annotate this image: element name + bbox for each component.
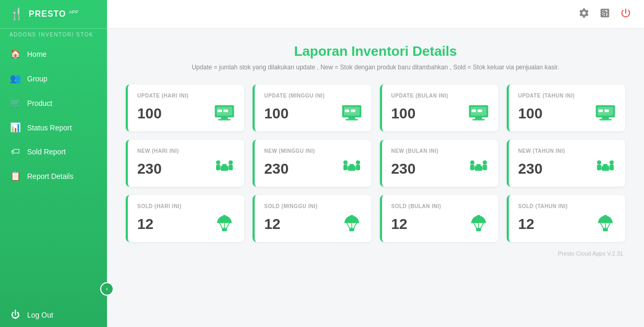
svg-point-48: [597, 160, 601, 164]
page-title: Laporan Inventori Details: [126, 43, 625, 59]
sidebar-item-logout-label: Log Out: [27, 311, 53, 319]
card-new-minggu-ini-value-row: 230: [264, 158, 362, 179]
svg-rect-2: [221, 117, 228, 119]
card-new-hari-ini-value-row: 230: [137, 158, 235, 179]
calculator-icon[interactable]: [599, 7, 611, 21]
svg-rect-34: [343, 164, 348, 170]
new-icon-4: [595, 158, 616, 179]
sidebar-logo: 🍴 PRESTO APP: [0, 0, 107, 28]
sidebar-item-product[interactable]: 🛒 Product: [0, 91, 107, 115]
settings-icon[interactable]: [578, 7, 590, 21]
card-sold-tahun-ini-value-row: 12: [518, 213, 616, 235]
svg-rect-29: [222, 164, 226, 167]
card-new-bulan-ini-value: 230: [391, 161, 416, 177]
card-sold-hari-ini-label: SOLD (HARI INI): [137, 203, 235, 209]
svg-point-24: [216, 160, 220, 164]
svg-line-68: [480, 223, 483, 229]
sidebar-item-status-report[interactable]: 📊 Status Report: [0, 115, 107, 140]
card-new-hari-ini-label: NEW (HARI INI): [137, 148, 235, 154]
card-sold-minggu-ini-value-row: 12: [264, 213, 362, 235]
sidebar-item-logout[interactable]: ⏻ Log Out: [0, 303, 107, 327]
svg-rect-60: [222, 228, 227, 231]
sidebar-item-product-label: Product: [27, 99, 52, 107]
card-sold-bulan-ini-value: 12: [391, 216, 408, 233]
card-new-tahun-ini-value-row: 230: [518, 158, 616, 179]
logout-icon: ⏻: [9, 310, 21, 320]
svg-rect-51: [610, 164, 614, 170]
svg-point-49: [610, 160, 614, 164]
card-sold-hari-ini-value-row: 12: [137, 213, 235, 235]
card-new-tahun-ini: NEW (TAHUN INI) 230: [507, 140, 625, 187]
svg-rect-50: [597, 164, 601, 170]
update-cards-row: UPDATE (HARI INI) 100: [126, 84, 625, 131]
svg-rect-10: [344, 110, 349, 112]
group-icon: 👥: [9, 73, 21, 84]
update-icon-4: [595, 103, 616, 124]
card-new-hari-ini-value: 230: [137, 161, 162, 177]
card-new-tahun-ini-value: 230: [518, 161, 543, 177]
svg-point-33: [356, 160, 360, 164]
svg-rect-56: [223, 215, 226, 216]
new-icon-3: [468, 158, 489, 179]
sidebar-item-status-report-label: Status Report: [27, 124, 72, 132]
sidebar-item-home[interactable]: 🏠 Home: [0, 42, 107, 66]
svg-rect-17: [478, 110, 482, 112]
page-content: Laporan Inventori Details Update = jumla…: [107, 29, 644, 327]
new-cards-row: NEW (HARI INI) 230: [126, 140, 625, 187]
sidebar-item-report-details[interactable]: 📋 Report Details: [0, 164, 107, 188]
card-sold-minggu-ini-label: SOLD (MINGGU INI): [264, 203, 362, 209]
card-new-bulan-ini-label: NEW (BULAN INI): [391, 148, 489, 154]
sidebar-collapse-button[interactable]: ‹: [100, 282, 114, 296]
product-icon: 🛒: [9, 98, 21, 108]
card-update-hari-ini-value-row: 100: [137, 103, 235, 124]
card-new-minggu-ini-value: 230: [264, 161, 289, 177]
card-sold-bulan-ini: SOLD (BULAN INI) 12: [380, 195, 498, 242]
fork-knife-icon: 🍴: [9, 7, 23, 21]
svg-rect-61: [350, 215, 353, 216]
main-content: Laporan Inventori Details Update = jumla…: [107, 0, 644, 327]
svg-rect-26: [216, 164, 220, 170]
card-update-minggu-ini-value: 100: [264, 105, 289, 122]
svg-rect-35: [356, 164, 360, 170]
svg-point-32: [343, 160, 348, 164]
svg-point-25: [229, 160, 233, 164]
sold-report-icon: 🏷: [9, 147, 21, 157]
card-sold-minggu-ini: SOLD (MINGGU INI) 12: [253, 195, 371, 242]
sidebar: 🍴 PRESTO APP ADDONS INVENTORI STOK 🏠 Hom…: [0, 0, 107, 327]
svg-rect-23: [604, 110, 609, 112]
svg-rect-21: [599, 119, 611, 120]
card-update-hari-ini-value: 100: [137, 105, 162, 122]
page-subtitle: Update = jumlah stok yang dilakukan upda…: [126, 64, 625, 71]
svg-rect-11: [351, 110, 355, 112]
svg-rect-14: [475, 117, 482, 119]
svg-line-58: [226, 223, 229, 229]
new-icon: [214, 158, 235, 179]
svg-rect-22: [599, 110, 603, 112]
card-update-tahun-ini: UPDATE (TAHUN INI) 100: [507, 84, 625, 131]
header: [107, 0, 644, 29]
card-sold-bulan-ini-value-row: 12: [391, 213, 489, 235]
svg-rect-16: [471, 110, 475, 112]
svg-rect-27: [229, 164, 233, 170]
svg-rect-5: [224, 110, 228, 112]
sidebar-item-group-label: Group: [27, 75, 47, 83]
card-new-minggu-ini: NEW (MINGGU INI) 230: [253, 140, 371, 187]
sidebar-item-group[interactable]: 👥 Group: [0, 66, 107, 91]
card-update-bulan-ini: UPDATE (BULAN INI) 100: [380, 84, 498, 131]
card-sold-minggu-ini-value: 12: [264, 216, 280, 233]
svg-rect-43: [483, 164, 487, 170]
report-details-icon: 📋: [9, 171, 21, 181]
update-icon-3: [468, 103, 489, 124]
sold-cards-row: SOLD (HARI INI) 12: [126, 195, 625, 242]
sidebar-item-sold-report[interactable]: 🏷 Sold Report: [0, 140, 107, 164]
sold-icon-4: [595, 213, 616, 235]
svg-rect-20: [602, 117, 609, 119]
sold-icon-2: [341, 213, 362, 235]
svg-rect-66: [477, 215, 480, 216]
card-update-tahun-ini-value: 100: [518, 105, 543, 122]
power-icon[interactable]: [620, 7, 631, 21]
svg-line-63: [353, 223, 356, 229]
card-sold-hari-ini: SOLD (HARI INI) 12: [126, 195, 244, 242]
svg-rect-15: [472, 119, 484, 120]
svg-rect-42: [470, 164, 474, 170]
